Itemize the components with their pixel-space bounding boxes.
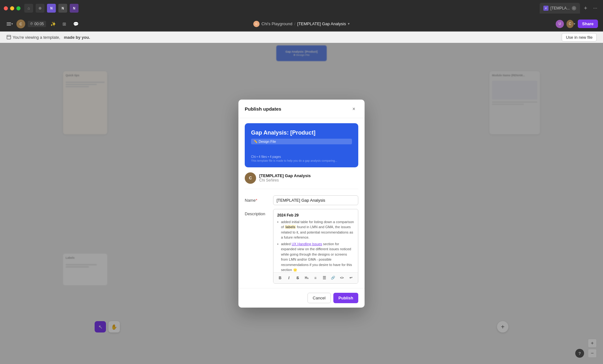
maximize-traffic-light[interactable] [16, 6, 20, 10]
italic-tool[interactable]: I [285, 274, 292, 281]
strikethrough-tool[interactable]: S [294, 274, 301, 281]
more-tabs-button[interactable]: ··· [591, 5, 599, 11]
unordered-list-tool[interactable]: ≡ [312, 274, 319, 281]
user-menu[interactable]: C ▾ [566, 20, 575, 28]
tab-file-icon: F [543, 6, 548, 11]
editor-toolbar: B I S H₁ ≡ ☰ 🔗 <> ↩ [273, 272, 358, 283]
template-author: Chi Señires [259, 178, 311, 182]
ordered-list-tool[interactable]: ☰ [321, 274, 328, 281]
code-tool[interactable]: <> [338, 274, 345, 281]
svg-rect-1 [7, 24, 11, 24]
toolbar: ▾ C ⏱ 00:05 ✨ ⊞ 💬 C Chi's Playground / [… [0, 16, 603, 32]
template-banner: You're viewing a template, made by you. … [0, 32, 603, 43]
breadcrumb-separator: / [294, 21, 296, 26]
banner-prefix: You're viewing a template, [13, 35, 60, 40]
use-in-new-file-button[interactable]: Use in new file [562, 33, 597, 42]
desc-bullet-2: added UX Handling Issues section for exp… [277, 241, 354, 272]
template-author-avatar: C [245, 172, 256, 184]
bold-tool[interactable]: B [277, 274, 284, 281]
preview-card-badge: ✏️ Design File [251, 139, 352, 144]
cancel-button[interactable]: Cancel [307, 293, 331, 303]
name-field-container [273, 195, 358, 205]
heading-tool[interactable]: H₁ [303, 274, 310, 281]
tab-close-icon[interactable]: × [572, 6, 576, 10]
timer-display: ⏱ 00:05 [28, 21, 46, 27]
preview-card-title: Gap Analysis: [Product] [251, 130, 352, 136]
modal-title: Publish updates [245, 106, 281, 112]
template-info-text: [TEMPLATE] Gap Analysis Chi Señires [259, 173, 311, 182]
title-bar-icons: ⌂ ⊕ N N N [24, 4, 79, 13]
tab-area: F [TEMPLA... × + ··· [540, 3, 599, 14]
layout-icon[interactable]: ⊞ [60, 20, 69, 28]
name-label: Name* [245, 195, 273, 203]
name-input[interactable] [273, 195, 358, 205]
description-content[interactable]: 2024 Feb 29 added initial table for list… [273, 209, 358, 272]
traffic-lights [4, 6, 20, 10]
collaborator-avatar: U [556, 20, 564, 28]
breadcrumb: C Chi's Playground / [TEMPLATE] Gap Anal… [253, 21, 350, 27]
home-icon[interactable]: ⌂ [24, 4, 33, 13]
desc-date-1: 2024 Feb 29 [277, 212, 354, 218]
description-label: Description [245, 209, 273, 216]
modal-footer: Cancel Publish [238, 288, 365, 308]
toolbar-left: ▾ C ⏱ 00:05 ✨ ⊞ 💬 [5, 20, 80, 28]
timer-value: 00:05 [34, 22, 44, 26]
modal-overlay: Publish updates × Gap Analysis: [Product… [0, 43, 603, 364]
modal-header: Publish updates × [238, 100, 365, 118]
desc-bullet-1: added initial table for listing down a c… [277, 219, 354, 240]
svg-rect-4 [7, 36, 11, 37]
description-editor[interactable]: 2024 Feb 29 added initial table for list… [273, 209, 358, 284]
comment-icon[interactable]: 💬 [71, 20, 80, 28]
svg-rect-3 [7, 35, 11, 39]
badge-label: Design File [259, 140, 276, 143]
workspace-avatar: C [253, 21, 260, 27]
design-file-icon: ✏️ [254, 140, 257, 143]
notion-icon-3[interactable]: N [70, 4, 79, 13]
publish-modal: Publish updates × Gap Analysis: [Product… [238, 100, 365, 308]
publish-button[interactable]: Publish [333, 293, 358, 303]
tools-dropdown[interactable]: ▾ [5, 20, 14, 28]
template-icon [6, 35, 11, 40]
toolbar-right: U C ▾ Share [556, 20, 598, 28]
add-tab-button[interactable]: + [581, 4, 590, 13]
link-tool[interactable]: 🔗 [330, 274, 337, 281]
template-preview-card: Gap Analysis: [Product] ✏️ Design File C… [245, 123, 358, 167]
close-traffic-light[interactable] [4, 6, 8, 10]
globe-icon[interactable]: ⊕ [36, 4, 44, 13]
modal-body: Gap Analysis: [Product] ✏️ Design File C… [238, 118, 365, 288]
name-required-indicator: * [256, 198, 257, 203]
current-file-name: [TEMPLATE] Gap Analysis [297, 21, 346, 26]
notion-icon-2[interactable]: N [58, 4, 67, 13]
title-bar: ⌂ ⊕ N N N F [TEMPLA... × + ··· [0, 0, 603, 16]
sparkle-icon[interactable]: ✨ [49, 20, 57, 28]
svg-rect-0 [7, 22, 11, 23]
breadcrumb-chevron[interactable]: ▾ [348, 22, 350, 26]
canvas-area: Gap Analysis: [Product]⊕ Design File Qui… [0, 43, 603, 364]
active-tab[interactable]: F [TEMPLA... × [540, 3, 580, 14]
tab-label: [TEMPLA... [550, 6, 570, 10]
svg-rect-2 [7, 25, 11, 26]
share-button[interactable]: Share [578, 20, 598, 28]
modal-close-button[interactable]: × [349, 105, 358, 113]
template-info-row: C [TEMPLATE] Gap Analysis Chi Señires [245, 172, 358, 189]
minimize-traffic-light[interactable] [10, 6, 14, 10]
undo-tool[interactable]: ↩ [347, 274, 354, 281]
description-field-container: 2024 Feb 29 added initial table for list… [273, 209, 358, 284]
user-avatar: C [16, 20, 25, 28]
preview-card-meta: Chi • 4 files • 4 pages This template fi… [251, 155, 352, 162]
description-form-section: Description 2024 Feb 29 added initial ta… [245, 209, 358, 284]
template-name: [TEMPLATE] Gap Analysis [259, 173, 311, 178]
preview-user-line: Chi • 4 files • 4 pages [251, 155, 352, 159]
name-form-section: Name* [245, 195, 358, 205]
notion-icon-1[interactable]: N [47, 4, 56, 13]
preview-desc-line: This template file is made to help you d… [251, 159, 352, 162]
workspace-link[interactable]: Chi's Playground [261, 21, 292, 26]
banner-suffix: made by you. [64, 35, 90, 40]
